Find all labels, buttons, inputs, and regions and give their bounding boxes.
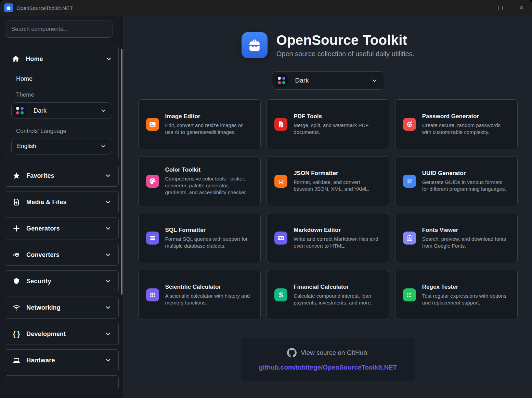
theme-label: Theme <box>16 91 112 98</box>
sidebar-item-hardware[interactable]: Hardware <box>5 349 119 371</box>
card-title: Scientific Calculator <box>165 284 251 290</box>
braces-icon: { } <box>12 330 21 338</box>
main-theme-dropdown[interactable]: Dark <box>272 71 384 90</box>
sidebar-item-label: Development <box>26 331 66 338</box>
toolbox-icon <box>242 32 268 58</box>
fingerprint-icon <box>403 175 416 188</box>
card-description: Edit, convert and resize images or use A… <box>165 122 251 136</box>
language-dropdown[interactable]: English <box>11 138 112 154</box>
card-title: Password Generator <box>422 113 508 120</box>
sidebar-item-label: Converters <box>26 251 60 259</box>
sidebar-item-label: Favorites <box>26 172 54 179</box>
keypad-icon <box>146 288 159 301</box>
sidebar-subitem-home[interactable]: Home <box>16 75 112 83</box>
card-description: Generate GUIDs in various formats for di… <box>422 179 508 192</box>
minimize-button[interactable] <box>468 0 490 16</box>
page-title: OpenSource Toolkit <box>276 33 415 48</box>
main-theme-dropdown-value: Dark <box>295 77 309 84</box>
minimize-icon <box>477 8 482 8</box>
card-description: Calculate compound interest, loan paymen… <box>294 293 379 306</box>
card-description: Format SQL queries with support for mult… <box>165 236 251 249</box>
file-upload-icon <box>12 198 21 206</box>
card-pdf-tools[interactable]: PDF ToolsMerge, split, and watermark PDF… <box>267 99 389 149</box>
sidebar-item-label: Hardware <box>26 357 55 364</box>
home-icon <box>11 55 20 63</box>
chevron-down-icon <box>100 108 106 114</box>
card-description: Merge, split, and watermark PDF document… <box>294 122 379 136</box>
chevron-down-icon <box>105 55 112 62</box>
chevron-down-icon <box>105 199 112 206</box>
chevron-down-icon <box>105 225 112 232</box>
sidebar-item-favorites[interactable]: Favorites <box>5 165 119 187</box>
card-image-editor[interactable]: Image EditorEdit, convert and resize ima… <box>138 99 261 149</box>
laptop-icon <box>12 356 21 364</box>
card-title: Regex Tester <box>422 284 508 290</box>
card-markdown-editor[interactable]: Markdown EditorWrite and correct Markdow… <box>267 213 389 263</box>
sidebar-group-partial <box>5 375 119 389</box>
card-title: Markdown Editor <box>294 227 379 234</box>
json-braces-icon: {..} <box>274 175 287 188</box>
card-title: JSON Formatter <box>294 170 379 177</box>
app-window: OpenSourceToolkit.NET ✕ Home <box>0 0 532 398</box>
card-fonts-viewer[interactable]: Fonts ViewerSearch, preview, and downloa… <box>395 213 518 263</box>
sidebar-item-label: Media & Files <box>26 199 67 206</box>
sidebar-item-networking[interactable]: Networking <box>5 297 119 319</box>
theme-dropdown[interactable]: Dark <box>11 102 112 119</box>
markdown-icon <box>274 232 287 245</box>
card-sql-formatter[interactable]: SQL FormatterFormat SQL queries with sup… <box>138 213 261 263</box>
sidebar-item-security[interactable]: Security <box>5 270 119 292</box>
search-input[interactable] <box>5 21 113 38</box>
star-icon <box>12 172 21 180</box>
card-title: PDF Tools <box>294 113 379 120</box>
dollar-icon: $ <box>274 288 287 301</box>
sidebar-item-media-files[interactable]: Media & Files <box>5 191 119 213</box>
card-description: A scientific calculator with history and… <box>165 293 251 306</box>
sidebar-item-generators[interactable]: Generators <box>5 217 119 239</box>
window-title: OpenSourceToolkit.NET <box>16 5 73 11</box>
card-description: Format, validate, and convert between JS… <box>294 179 379 192</box>
card-title: Color Toolkit <box>165 166 251 173</box>
card-password-generator[interactable]: Password GeneratorCreate secure, random … <box>395 99 518 149</box>
github-repo-link[interactable]: github.com/tobitege/OpenSourceToolkit.NE… <box>259 364 397 371</box>
wifi-icon <box>12 303 21 312</box>
sidebar-item-converters[interactable]: Converters <box>5 244 119 266</box>
sidebar-group-home: Home Home Theme Dark Controls' Lan <box>5 47 119 160</box>
theme-dropdown-value: Dark <box>34 107 47 114</box>
sidebar: Home Home Theme Dark Controls' Lan <box>0 16 124 398</box>
chevron-down-icon <box>371 77 378 84</box>
card-financial-calculator[interactable]: $ Financial CalculatorCalculate compound… <box>267 270 389 320</box>
lock-refresh-icon <box>403 118 416 131</box>
card-title: Financial Calculator <box>294 284 379 290</box>
language-label: Controls' Language <box>16 128 112 135</box>
card-description: Write and correct Markdown files and eve… <box>294 236 379 249</box>
braces-glyph: {..} <box>278 179 283 184</box>
theme-palette-icon <box>14 104 26 117</box>
card-regex-tester[interactable]: Regex TesterTest regular expressions wit… <box>395 270 518 320</box>
card-scientific-calculator[interactable]: Scientific CalculatorA scientific calcul… <box>138 270 261 320</box>
sidebar-item-development[interactable]: { } Development <box>5 323 119 345</box>
sidebar-item-home-header[interactable]: Home <box>11 55 112 63</box>
maximize-icon <box>498 6 503 10</box>
page-subtitle: Open source collection of useful daily u… <box>276 50 415 58</box>
plus-icon <box>12 224 21 233</box>
regex-list-icon <box>403 288 416 301</box>
card-uuid-generator[interactable]: UUID GeneratorGenerate GUIDs in various … <box>395 156 518 206</box>
sidebar-scrollbar[interactable] <box>121 49 122 295</box>
card-title: Fonts Viewer <box>422 227 508 234</box>
github-footer: View source on GitHub: github.com/tobite… <box>241 338 415 381</box>
close-button[interactable]: ✕ <box>511 0 532 16</box>
theme-palette-icon <box>275 74 288 87</box>
titlebar: OpenSourceToolkit.NET ✕ <box>0 0 532 16</box>
language-dropdown-value: English <box>17 143 36 150</box>
tools-grid: Image EditorEdit, convert and resize ima… <box>138 99 518 320</box>
card-color-toolkit[interactable]: Color ToolkitComprehensive color tools -… <box>138 156 261 206</box>
maximize-button[interactable] <box>490 0 511 16</box>
sidebar-item-label: Networking <box>26 304 61 311</box>
window-controls: ✕ <box>468 0 532 16</box>
cube-convert-icon <box>12 251 21 259</box>
pdf-file-icon <box>274 118 287 131</box>
footer-label: View source on GitHub: <box>301 349 369 357</box>
card-title: SQL Formatter <box>165 227 251 234</box>
card-json-formatter[interactable]: {..} JSON FormatterFormat, validate, and… <box>267 156 389 206</box>
shield-icon <box>12 277 21 285</box>
